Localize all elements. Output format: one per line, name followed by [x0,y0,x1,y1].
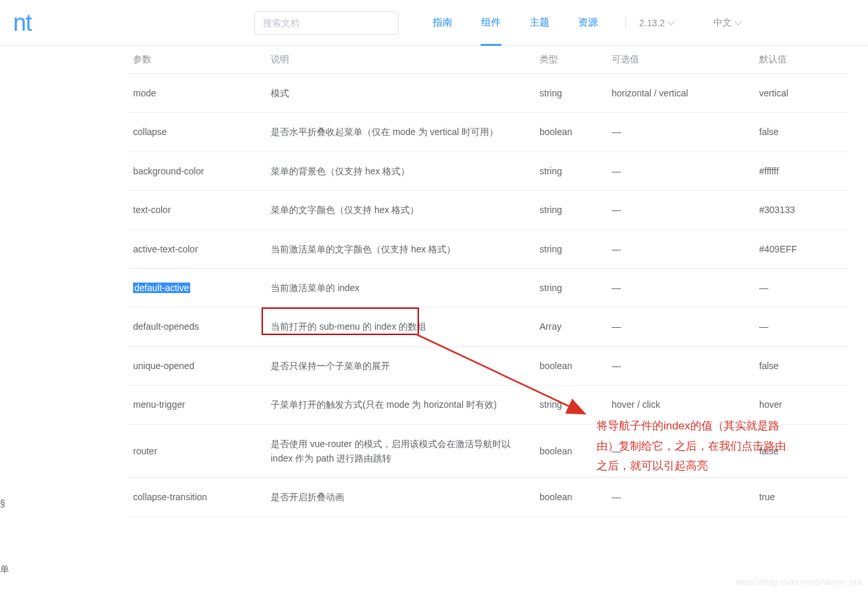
nav-component[interactable]: 组件 [467,0,515,46]
search-input[interactable] [254,11,399,35]
cell-param: default-active [128,268,266,307]
cell-desc: 当前激活菜单的文字颜色（仅支持 hex 格式） [266,229,534,268]
cell-param: unique-opened [128,346,266,385]
cell-default: hover [754,385,848,424]
table-header-row: 参数 说明 类型 可选值 默认值 [128,46,848,74]
cell-param: mode [128,74,266,113]
nav-guide[interactable]: 指南 [418,0,467,46]
table-row: unique-opened是否只保持一个子菜单的展开boolean—false [128,346,848,385]
cell-type: string [534,74,606,113]
cell-desc: 是否水平折叠收起菜单（仅在 mode 为 vertical 时可用） [266,113,534,151]
cell-desc: 菜单的文字颜色（仅支持 hex 格式） [266,191,534,229]
cell-param: menu-trigger [128,385,266,424]
table-row: text-color菜单的文字颜色（仅支持 hex 格式）string—#303… [128,191,848,229]
chevron-down-icon [667,18,675,25]
cell-type: boolean [534,113,606,151]
cell-type: string [534,191,606,229]
table-row: default-openeds当前打开的 sub-menu 的 index 的数… [128,307,848,346]
table-row: menu-trigger子菜单打开的触发方式(只在 mode 为 horizon… [128,385,848,424]
cell-options: — [606,424,754,478]
table-row: router是否使用 vue-router 的模式，启用该模式会在激活导航时以 … [128,424,848,478]
cell-param: default-openeds [128,307,266,346]
cell-param: collapse-transition [128,478,266,517]
watermark: https://blog.csdn.net/Shaojun_jita [736,577,861,587]
cell-param: active-text-color [128,229,266,268]
table-row: collapse-transition是否开启折叠动画boolean—true [128,478,848,517]
cell-type: string [534,385,606,424]
cell-options: — [606,229,754,268]
nav-divider [625,17,626,29]
cell-param: background-color [128,151,266,190]
cell-desc: 子菜单打开的触发方式(只在 mode 为 horizontal 时有效) [266,385,534,424]
col-param: 参数 [128,46,266,74]
chevron-down-icon [734,18,741,25]
table-row: mode模式stringhorizontal / verticalvertica… [128,74,848,113]
cell-options: — [606,346,754,385]
cell-type: boolean [534,424,606,478]
cell-desc: 当前打开的 sub-menu 的 index 的数组 [266,307,534,346]
cell-param: router [128,424,266,478]
header: nt 指南 组件 主题 资源 2.13.2 中文 [0,0,868,46]
cell-type: Array [534,307,606,346]
nav-resource[interactable]: 资源 [564,0,612,46]
col-type: 类型 [534,46,606,74]
cell-desc: 菜单的背景色（仅支持 hex 格式） [266,151,534,190]
cell-type: string [534,268,606,307]
language-label: 中文 [713,17,732,29]
cell-desc: 是否使用 vue-router 的模式，启用该模式会在激活导航时以 index … [266,424,534,478]
cell-default: #409EFF [754,229,848,268]
nav-theme[interactable]: 主题 [515,0,564,46]
cell-desc: 是否开启折叠动画 [266,478,534,517]
col-default: 默认值 [754,46,848,74]
cell-default: false [754,346,848,385]
cell-options: — [606,268,754,307]
attributes-table: 参数 说明 类型 可选值 默认值 mode模式stringhorizontal … [128,46,848,517]
cell-default: false [754,424,848,478]
cell-desc: 是否只保持一个子菜单的展开 [266,346,534,385]
cell-default: false [754,113,848,151]
table-row: active-text-color当前激活菜单的文字颜色（仅支持 hex 格式）… [128,229,848,268]
cell-param: collapse [128,113,266,151]
table-row: default-active当前激活菜单的 indexstring—— [128,268,848,307]
cell-default: #ffffff [754,151,848,190]
cell-desc: 模式 [266,74,534,113]
cell-options: — [606,113,754,151]
cell-type: boolean [534,346,606,385]
logo-fragment: nt [13,9,31,37]
cell-type: boolean [534,478,606,517]
cell-options: — [606,191,754,229]
cell-param: text-color [128,191,266,229]
cell-options: — [606,151,754,190]
col-desc: 说明 [266,46,534,74]
sidebar-fragment-1: § [0,498,5,509]
version-dropdown[interactable]: 2.13.2 [639,18,674,28]
content-area: 参数 说明 类型 可选值 默认值 mode模式stringhorizontal … [128,46,868,517]
table-row: background-color菜单的背景色（仅支持 hex 格式）string… [128,151,848,190]
col-options: 可选值 [606,46,754,74]
cell-default: — [754,307,848,346]
version-label: 2.13.2 [639,18,665,28]
cell-type: string [534,151,606,190]
cell-default: true [754,478,848,517]
cell-options: hover / click [606,385,754,424]
cell-desc: 当前激活菜单的 index [266,268,534,307]
cell-options: — [606,478,754,517]
cell-options: — [606,307,754,346]
cell-default: #303133 [754,191,848,229]
nav-links: 指南 组件 主题 资源 2.13.2 中文 [418,0,741,45]
cell-default: — [754,268,848,307]
table-row: collapse是否水平折叠收起菜单（仅在 mode 为 vertical 时可… [128,113,848,151]
language-dropdown[interactable]: 中文 [713,17,741,29]
cell-type: string [534,229,606,268]
cell-default: vertical [754,74,848,113]
sidebar-fragment-2: 单 [0,564,9,576]
cell-options: horizontal / vertical [606,74,754,113]
